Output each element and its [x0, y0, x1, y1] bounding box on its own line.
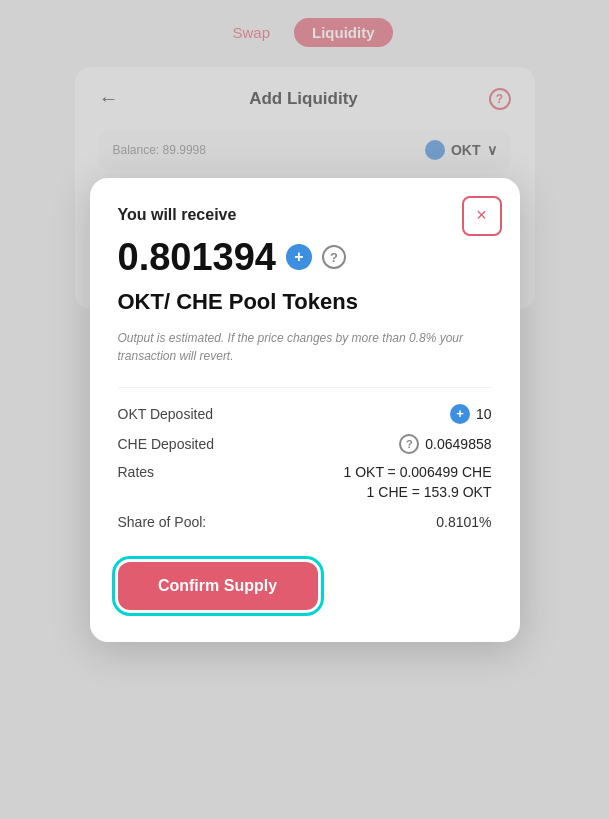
che-deposit-icon: ? — [399, 434, 419, 454]
che-deposited-label: CHE Deposited — [118, 436, 215, 452]
estimated-note: Output is estimated. If the price change… — [118, 329, 492, 365]
pool-token-label: OKT/ CHE Pool Tokens — [118, 289, 492, 315]
plus-icon: + — [286, 244, 312, 270]
okt-deposit-icon: + — [450, 404, 470, 424]
okt-deposited-label: OKT Deposited — [118, 406, 213, 422]
receive-amount: 0.801394 — [118, 236, 277, 279]
rates-row: Rates 1 OKT = 0.006499 CHE 1 CHE = 153.9… — [118, 464, 492, 504]
amount-row: 0.801394 + ? — [118, 236, 492, 279]
okt-deposited-row: OKT Deposited + 10 — [118, 404, 492, 424]
modal-close-button[interactable]: × — [462, 196, 502, 236]
rates-label: Rates — [118, 464, 155, 480]
receive-label: You will receive — [118, 206, 492, 224]
question-icon[interactable]: ? — [322, 245, 346, 269]
share-of-pool-value: 0.8101% — [436, 514, 491, 530]
rate-1: 1 OKT = 0.006499 CHE — [344, 464, 492, 480]
rate-2: 1 CHE = 153.9 OKT — [344, 484, 492, 500]
che-deposited-row: CHE Deposited ? 0.0649858 — [118, 434, 492, 454]
che-deposited-value: 0.0649858 — [425, 436, 491, 452]
okt-deposited-value: 10 — [476, 406, 492, 422]
confirm-supply-modal: × You will receive 0.801394 + ? OKT/ CHE… — [90, 178, 520, 642]
confirm-supply-button[interactable]: Confirm Supply — [118, 562, 318, 610]
divider — [118, 387, 492, 388]
modal-overlay: × You will receive 0.801394 + ? OKT/ CHE… — [0, 0, 609, 819]
share-of-pool-label: Share of Pool: — [118, 514, 207, 530]
share-of-pool-row: Share of Pool: 0.8101% — [118, 514, 492, 530]
